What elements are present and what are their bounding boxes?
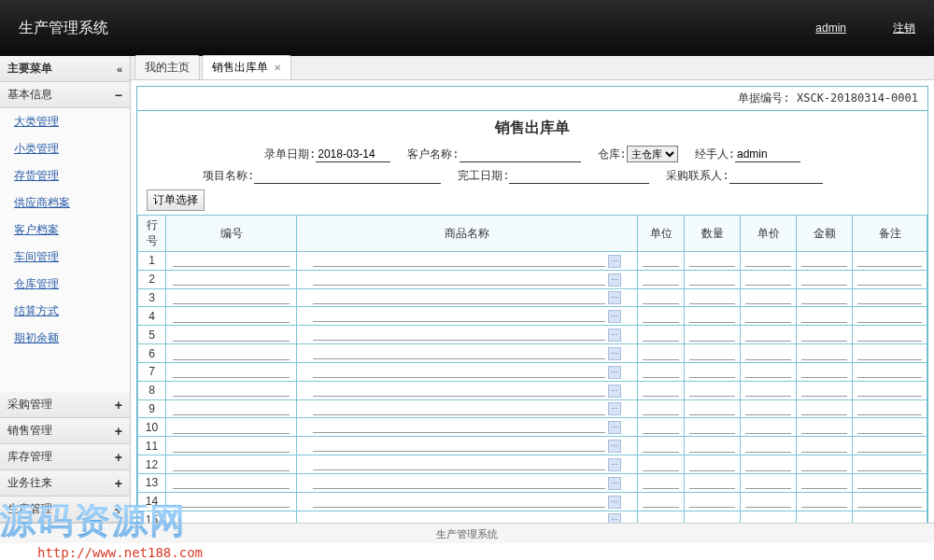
grid-cell-input[interactable] (173, 459, 290, 471)
sidebar-item[interactable]: 结算方式 (0, 298, 130, 325)
contact-input[interactable] (729, 168, 823, 184)
grid-cell-input[interactable] (801, 422, 847, 434)
grid-cell-input[interactable] (745, 422, 791, 434)
product-name-input[interactable] (313, 329, 605, 341)
grid-cell-input[interactable] (643, 459, 679, 471)
grid-cell-input[interactable] (745, 311, 791, 323)
grid-cell-input[interactable] (801, 311, 847, 323)
grid-cell-input[interactable] (689, 348, 735, 360)
tab[interactable]: 我的主页 (134, 55, 200, 79)
grid-cell-input[interactable] (689, 459, 735, 471)
close-icon[interactable]: ✕ (274, 63, 281, 73)
grid-cell-input[interactable] (173, 385, 290, 397)
grid-cell-input[interactable] (857, 348, 921, 360)
sidebar-group[interactable]: 基本信息− (0, 82, 130, 108)
grid-cell-input[interactable] (173, 366, 290, 378)
grid-cell-input[interactable] (173, 311, 290, 323)
grid-cell-input[interactable] (801, 348, 847, 360)
grid-cell-input[interactable] (689, 292, 735, 304)
grid-cell-input[interactable] (173, 441, 290, 453)
product-name-input[interactable] (313, 496, 605, 508)
grid-cell-input[interactable] (173, 273, 290, 286)
grid-cell-input[interactable] (857, 366, 921, 378)
grid-cell-input[interactable] (173, 496, 290, 508)
grid-cell-input[interactable] (173, 255, 290, 267)
grid-cell-input[interactable] (745, 366, 791, 378)
grid-cell-input[interactable] (643, 514, 679, 523)
grid-cell-input[interactable] (643, 496, 679, 508)
grid-cell-input[interactable] (643, 273, 679, 286)
lookup-icon[interactable]: ⋯ (608, 366, 621, 379)
lookup-icon[interactable]: ⋯ (608, 385, 621, 398)
grid-cell-input[interactable] (801, 366, 847, 378)
product-name-input[interactable] (313, 477, 605, 489)
grid-cell-input[interactable] (643, 477, 679, 489)
grid-cell-input[interactable] (643, 348, 679, 360)
grid-cell-input[interactable] (801, 441, 847, 453)
product-name-input[interactable] (313, 514, 605, 523)
sidebar-group[interactable]: 采购管理+ (0, 392, 130, 418)
grid-cell-input[interactable] (857, 329, 921, 342)
current-user-link[interactable]: admin (815, 21, 846, 35)
sidebar-item[interactable]: 大类管理 (0, 108, 130, 135)
sidebar-item[interactable]: 车间管理 (0, 244, 130, 271)
grid-cell-input[interactable] (801, 514, 847, 523)
sidebar-item[interactable]: 仓库管理 (0, 271, 130, 298)
grid-cell-input[interactable] (689, 477, 735, 489)
grid-cell-input[interactable] (857, 441, 921, 453)
grid-cell-input[interactable] (689, 273, 735, 286)
grid-cell-input[interactable] (857, 459, 921, 471)
grid-cell-input[interactable] (689, 441, 735, 453)
grid-cell-input[interactable] (745, 292, 791, 304)
sidebar-item[interactable]: 供应商档案 (0, 189, 130, 217)
grid-cell-input[interactable] (689, 311, 735, 323)
handler-input[interactable] (735, 147, 800, 162)
grid-cell-input[interactable] (857, 273, 921, 286)
grid-cell-input[interactable] (689, 403, 735, 415)
customer-input[interactable] (460, 147, 581, 162)
grid-cell-input[interactable] (745, 255, 791, 267)
grid-cell-input[interactable] (643, 292, 679, 304)
grid-cell-input[interactable] (173, 403, 290, 415)
grid-cell-input[interactable] (801, 273, 847, 286)
grid-cell-input[interactable] (643, 255, 679, 267)
grid-cell-input[interactable] (643, 329, 679, 342)
grid-cell-input[interactable] (801, 477, 847, 489)
lookup-icon[interactable]: ⋯ (608, 402, 621, 415)
lookup-icon[interactable]: ⋯ (608, 310, 621, 323)
grid-cell-input[interactable] (857, 496, 921, 508)
sidebar-group[interactable]: 销售管理+ (0, 418, 130, 444)
grid-cell-input[interactable] (745, 441, 791, 453)
product-name-input[interactable] (313, 310, 605, 322)
grid-cell-input[interactable] (801, 496, 847, 508)
grid-cell-input[interactable] (173, 422, 290, 434)
grid-cell-input[interactable] (643, 403, 679, 415)
grid-cell-input[interactable] (801, 403, 847, 415)
grid-cell-input[interactable] (745, 348, 791, 360)
grid-cell-input[interactable] (689, 422, 735, 434)
grid-cell-input[interactable] (745, 329, 791, 342)
grid-cell-input[interactable] (173, 329, 290, 342)
entry-date-input[interactable] (316, 147, 390, 162)
lookup-icon[interactable]: ⋯ (608, 477, 621, 490)
grid-cell-input[interactable] (857, 292, 921, 304)
sidebar-group[interactable]: 库存管理+ (0, 444, 130, 470)
grid-cell-input[interactable] (689, 385, 735, 397)
grid-cell-input[interactable] (801, 459, 847, 471)
grid-cell-input[interactable] (857, 477, 921, 489)
lookup-icon[interactable]: ⋯ (608, 440, 621, 453)
lookup-icon[interactable]: ⋯ (608, 273, 621, 287)
product-name-input[interactable] (313, 403, 605, 415)
product-name-input[interactable] (313, 440, 605, 452)
product-name-input[interactable] (313, 273, 605, 286)
lookup-icon[interactable]: ⋯ (608, 458, 621, 471)
grid-cell-input[interactable] (745, 273, 791, 286)
tab[interactable]: 销售出库单✕ (202, 55, 291, 79)
lookup-icon[interactable]: ⋯ (608, 496, 621, 509)
project-input[interactable] (254, 168, 441, 184)
grid-cell-input[interactable] (643, 385, 679, 397)
product-name-input[interactable] (313, 458, 605, 470)
grid-cell-input[interactable] (857, 403, 921, 415)
product-name-input[interactable] (313, 292, 605, 304)
grid-cell-input[interactable] (689, 366, 735, 378)
